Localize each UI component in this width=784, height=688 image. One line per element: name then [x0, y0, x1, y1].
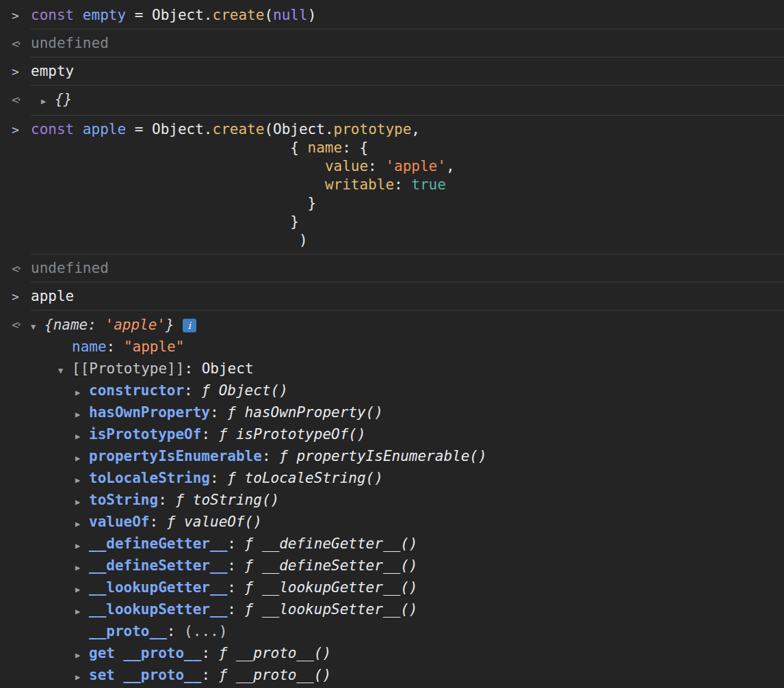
collapsed-triangle-icon[interactable]: ▶	[75, 513, 89, 535]
entry-content: ▼{name: 'apple'}iname: "apple"▼[[Prototy…	[31, 314, 784, 686]
token-pl: }	[31, 195, 316, 211]
tree-row[interactable]: ▶toString: ƒ toString()	[31, 489, 784, 511]
tree-row[interactable]: ▶propertyIsEnumerable: ƒ propertyIsEnume…	[31, 445, 784, 467]
collapsed-triangle-icon[interactable]: ▶	[75, 425, 89, 447]
token-prop: writable	[325, 176, 394, 193]
token-pl: :	[184, 382, 201, 399]
tree-row[interactable]: ▶hasOwnProperty: ƒ hasOwnProperty()	[31, 401, 784, 423]
output-arrow-icon: <·	[0, 90, 31, 111]
expanded-triangle-icon[interactable]: ▼	[31, 316, 44, 338]
tree-row[interactable]: ▼[[Prototype]]: Object	[31, 358, 784, 380]
text-line: __defineSetter__: ƒ __defineSetter__()	[89, 557, 417, 574]
collapsed-triangle-icon[interactable]: ▶	[75, 579, 89, 600]
tree-row[interactable]: ▶__lookupGetter__: ƒ __lookupGetter__()	[31, 577, 784, 598]
info-icon[interactable]: i	[183, 319, 196, 332]
token-pl: apple	[31, 288, 74, 304]
text-line: { name: {	[31, 140, 368, 156]
text-line: [[Prototype]]: Object	[72, 360, 254, 377]
tree-row[interactable]: ▶toLocaleString: ƒ toLocaleString()	[31, 467, 784, 489]
tree-row[interactable]: ▶isPrototypeOf: ƒ isPrototypeOf()	[31, 423, 784, 445]
token-prop: prototype	[334, 121, 412, 137]
token-fname: get __proto__	[89, 645, 201, 661]
collapsed-triangle-icon[interactable]: ▶	[75, 491, 89, 513]
token-pl: Object.	[273, 121, 334, 137]
expanded-triangle-icon[interactable]: ▼	[58, 360, 72, 382]
console-entry-input: >const apple = Object.create(Object.prot…	[0, 116, 784, 254]
token-fval: ƒ __proto__()	[219, 667, 331, 683]
text-line: const apple = Object.create(Object.proto…	[31, 121, 420, 137]
token-pl: :	[210, 404, 227, 421]
collapsed-triangle-icon[interactable]: ▶	[75, 666, 89, 688]
input-chevron-icon: >	[0, 287, 31, 306]
text-line: apple	[31, 288, 74, 304]
token-atom: null	[273, 7, 308, 23]
text-line: toString: ƒ toString()	[89, 492, 279, 508]
tree-row[interactable]: ▼{name: 'apple'}i	[31, 314, 784, 336]
text-line: writable: true	[31, 176, 446, 193]
token-key: name	[72, 339, 107, 355]
console-row: apple	[31, 287, 784, 306]
token-pl: )	[31, 232, 308, 248]
token-fval: ƒ valueOf()	[167, 514, 262, 530]
token-expander[interactable]: (...)	[184, 623, 227, 639]
tree-row[interactable]: ▶valueOf: ƒ valueOf()	[31, 511, 784, 533]
entry-content: const empty = Object.create(null)	[31, 6, 784, 25]
token-fval: ƒ __lookupGetter__()	[245, 579, 418, 596]
tree-row[interactable]: ▶set __proto__: ƒ __proto__()	[31, 664, 784, 686]
collapsed-triangle-icon[interactable]: ▶	[41, 92, 55, 111]
token-fname: constructor	[89, 382, 184, 399]
collapsed-triangle-icon[interactable]: ▶	[75, 557, 89, 579]
token-pl: :	[201, 645, 218, 661]
text-line: set __proto__: ƒ __proto__()	[89, 667, 331, 683]
token-fname: isPrototypeOf	[89, 426, 201, 442]
tree-row[interactable]: ▶__lookupSetter__: ƒ __lookupSetter__()	[31, 598, 784, 620]
token-pl: :	[167, 623, 184, 639]
token-prop: create	[213, 121, 265, 137]
token-fval: ƒ __defineGetter__()	[245, 535, 418, 552]
token-pl: Object.	[152, 121, 213, 137]
token-internal: [[Prototype]]	[72, 360, 184, 377]
token-pl: Object.	[152, 7, 213, 23]
tree-row[interactable]: ▶__defineGetter__: ƒ __defineGetter__()	[31, 533, 784, 555]
token-pl: :	[150, 514, 167, 530]
token-fname: propertyIsEnumerable	[89, 448, 262, 464]
collapsed-triangle-icon[interactable]: ▶	[75, 403, 89, 425]
tree-row[interactable]: ▶constructor: ƒ Object()	[31, 380, 784, 401]
collapsed-triangle-icon[interactable]: ▶	[75, 469, 89, 491]
token-fval: ƒ __defineSetter__()	[245, 557, 418, 574]
token-muted: undefined	[31, 260, 109, 276]
console-entry-input: >apple	[0, 282, 784, 310]
text-line: }	[31, 213, 299, 230]
token-fval: ƒ propertyIsEnumerable()	[279, 448, 486, 464]
token-vstr: "apple"	[124, 339, 185, 355]
output-arrow-icon: <·	[0, 34, 31, 53]
console-entry-result: <·▶{}	[0, 85, 784, 116]
tree-row[interactable]: ▶get __proto__: ƒ __proto__()	[31, 642, 784, 664]
text-line: empty	[31, 63, 74, 79]
devtools-console: { "theme": { "background": "#242424", "d…	[0, 0, 784, 688]
console-row: undefined	[31, 259, 784, 278]
collapsed-triangle-icon[interactable]: ▶	[75, 447, 89, 469]
text-line: name: "apple"	[72, 339, 184, 355]
token-pl	[31, 176, 325, 193]
console-entry-result: <·undefined	[0, 254, 784, 282]
console-row[interactable]: ▶{}	[31, 90, 784, 111]
input-chevron-icon: >	[0, 120, 31, 250]
token-pl: :	[201, 426, 218, 442]
collapsed-triangle-icon[interactable]: ▶	[75, 535, 89, 557]
token-pl: =	[126, 7, 152, 23]
tree-row[interactable]: ▶__defineSetter__: ƒ __defineSetter__()	[31, 555, 784, 577]
collapsed-triangle-icon[interactable]: ▶	[75, 600, 89, 622]
token-fval: ƒ toLocaleString()	[227, 470, 383, 486]
token-pl: (	[264, 7, 273, 23]
entry-content: undefined	[31, 259, 784, 278]
token-pl: {	[31, 140, 308, 156]
text-line: {name: 'apple'}	[44, 317, 174, 333]
output-arrow-icon: <·	[0, 314, 31, 686]
console-entry-input: >const empty = Object.create(null)	[0, 1, 784, 29]
collapsed-triangle-icon[interactable]: ▶	[75, 382, 89, 403]
token-pl	[31, 158, 325, 174]
input-chevron-icon: >	[0, 62, 31, 81]
collapsed-triangle-icon[interactable]: ▶	[75, 644, 89, 666]
entry-content: ▶{}	[31, 90, 784, 111]
